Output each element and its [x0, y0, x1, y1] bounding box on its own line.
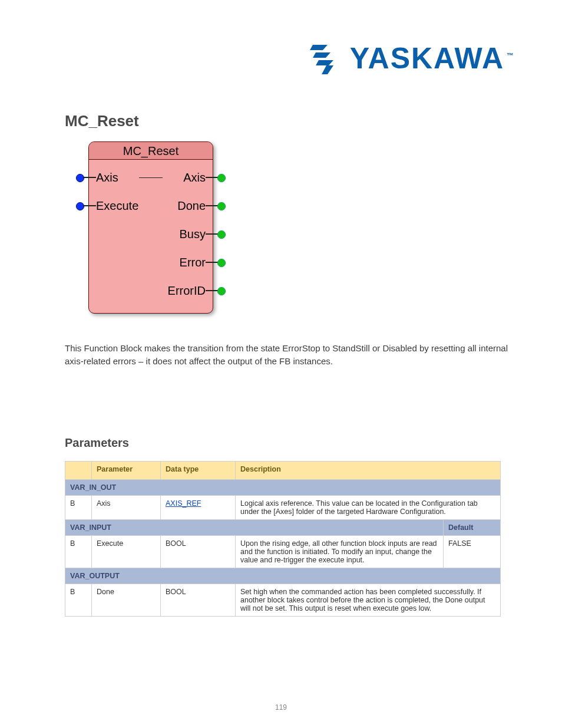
- fb-input-label: Execute: [96, 199, 138, 213]
- table-row: B Axis AXIS_REF Logical axis reference. …: [65, 496, 501, 520]
- brand-name-text: YASKAWA: [350, 42, 504, 75]
- fb-output-label: ErrorID: [168, 284, 206, 298]
- pin-output-axis: [217, 174, 226, 182]
- parameters-heading: Parameters: [65, 436, 129, 450]
- cell-default: FALSE: [444, 536, 501, 568]
- fb-input-label: Axis: [96, 171, 118, 185]
- table-row: B Done BOOL Set high when the commanded …: [65, 584, 501, 617]
- yaskawa-glyph-icon: [310, 42, 345, 75]
- cell-type: BOOL: [161, 584, 236, 617]
- fb-row-execute-done: Execute Done: [96, 192, 206, 220]
- brand-name: YASKAWA™: [350, 41, 515, 75]
- wire-right-errorid: [206, 290, 219, 291]
- wire-right-busy: [206, 233, 219, 235]
- fb-passthrough-line: [139, 177, 163, 178]
- pin-output-error: [217, 259, 226, 267]
- fb-output-label: Busy: [180, 228, 206, 241]
- th-blank: [65, 462, 92, 480]
- fb-row-busy: Busy: [96, 220, 206, 248]
- cell-desc: Upon the rising edge, all other function…: [236, 536, 444, 568]
- cell-idx: B: [65, 536, 92, 568]
- section-var-in-out: VAR_IN_OUT: [65, 480, 501, 496]
- trademark-symbol: ™: [507, 51, 515, 60]
- fb-output-label: Error: [180, 256, 206, 269]
- th-parameter: Parameter: [92, 462, 161, 480]
- section-var-input: VAR_INPUT Default: [65, 520, 501, 536]
- cell-desc: Logical axis reference. This value can b…: [236, 496, 501, 520]
- pin-output-busy: [217, 230, 226, 239]
- wire-right-axis: [206, 177, 219, 178]
- wire-right-error: [206, 262, 219, 263]
- cell-type: AXIS_REF: [161, 496, 236, 520]
- wire-left-execute: [83, 205, 96, 206]
- parameters-table: Parameter Data type Description VAR_IN_O…: [65, 461, 501, 617]
- function-block: MC_Reset Axis Axis Execute Done: [88, 141, 213, 314]
- fb-row-errorid: ErrorID: [96, 276, 206, 305]
- pin-input-axis: [76, 174, 84, 182]
- th-description: Description: [236, 462, 501, 480]
- page-number: 119: [0, 703, 562, 711]
- fb-row-error: Error: [96, 248, 206, 276]
- cell-name: Done: [92, 584, 161, 617]
- svg-marker-3: [322, 65, 333, 74]
- th-datatype: Data type: [161, 462, 236, 480]
- cell-name: Execute: [92, 536, 161, 568]
- section-default-header: Default: [444, 520, 501, 536]
- datatype-link[interactable]: AXIS_REF: [166, 499, 201, 508]
- cell-idx: B: [65, 584, 92, 617]
- function-block-diagram: MC_Reset Axis Axis Execute Done: [71, 141, 224, 314]
- svg-marker-2: [316, 60, 333, 65]
- section-title: VAR_OUTPUT: [65, 568, 501, 584]
- section-title: VAR_INPUT: [65, 520, 444, 536]
- cell-name: Axis: [92, 496, 161, 520]
- fb-output-label: Axis: [183, 171, 206, 185]
- section-title: VAR_IN_OUT: [65, 480, 501, 496]
- pin-output-errorid: [217, 287, 226, 295]
- fb-output-label: Done: [177, 199, 206, 213]
- table-row: B Execute BOOL Upon the rising edge, all…: [65, 536, 501, 568]
- wire-left-axis: [83, 177, 96, 178]
- pin-input-execute: [76, 202, 84, 210]
- function-block-description: This Function Block makes the transition…: [65, 342, 509, 368]
- fb-row-axis: Axis Axis: [96, 163, 206, 192]
- svg-marker-0: [310, 45, 328, 50]
- brand-logo: YASKAWA™: [310, 41, 515, 75]
- cell-idx: B: [65, 496, 92, 520]
- table-header-row: Parameter Data type Description: [65, 462, 501, 480]
- wire-right-done: [206, 205, 219, 206]
- section-var-output: VAR_OUTPUT: [65, 568, 501, 584]
- pin-output-done: [217, 202, 226, 210]
- cell-desc: Set high when the commanded action has b…: [236, 584, 501, 617]
- page-title: MC_Reset: [65, 112, 139, 130]
- function-block-title: MC_Reset: [89, 142, 213, 160]
- cell-type: BOOL: [161, 536, 236, 568]
- svg-marker-1: [313, 52, 330, 58]
